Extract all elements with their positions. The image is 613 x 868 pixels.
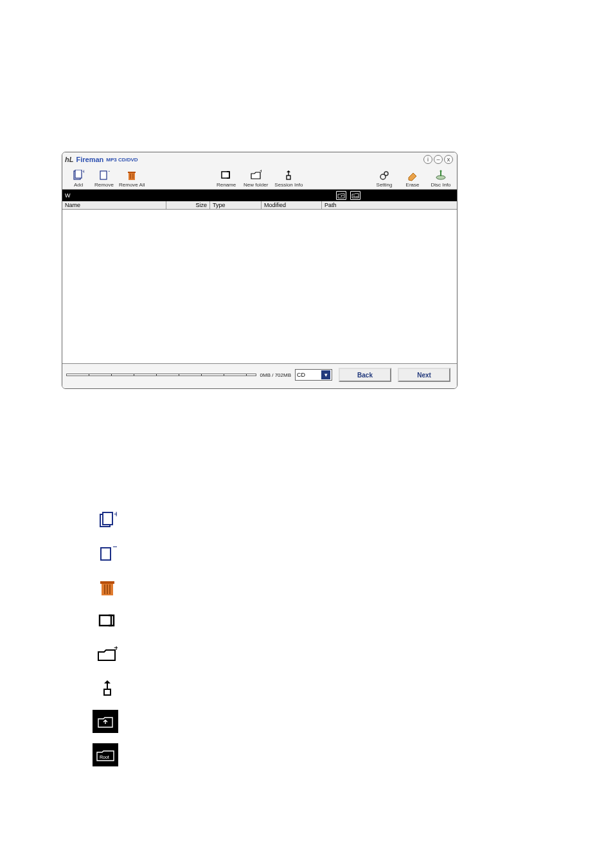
svg-rect-25: [100, 581, 114, 584]
svg-rect-29: [100, 615, 111, 626]
toolbar-label: New folder: [244, 182, 268, 188]
svg-text:Root: Root: [100, 755, 109, 759]
col-name[interactable]: Name: [62, 201, 166, 209]
svg-text:↶: ↶: [341, 194, 344, 198]
page-add-icon: +: [72, 169, 85, 182]
toolbar-label: Erase: [406, 182, 420, 188]
svg-text:−: −: [112, 545, 117, 552]
svg-point-14: [384, 172, 388, 176]
col-modified[interactable]: Modified: [262, 201, 322, 209]
session-info-button[interactable]: Session Info: [274, 169, 303, 188]
disc-info-icon: [434, 169, 447, 182]
page-remove-icon: −: [98, 169, 111, 182]
svg-rect-5: [128, 172, 136, 173]
capacity-text: 0MB / 702MB: [260, 372, 291, 378]
rename-button[interactable]: Rename: [215, 169, 237, 188]
toolbar-label: Disc Info: [431, 182, 450, 188]
toolbar: + Add − Remove Remove All: [62, 167, 457, 190]
remove-button[interactable]: − Remove: [93, 169, 115, 188]
legend-root-folder-icon: Root: [93, 743, 118, 766]
icon-legend: + − + Root: [93, 509, 122, 766]
file-list[interactable]: [62, 210, 457, 364]
svg-rect-23: [101, 548, 111, 560]
disc-type-select[interactable]: CD ▾: [295, 369, 332, 381]
info-button[interactable]: i: [423, 155, 432, 164]
setting-button[interactable]: Setting: [373, 169, 395, 188]
gear-icon: [378, 169, 391, 182]
trash-icon: [125, 169, 138, 182]
svg-marker-12: [287, 170, 290, 172]
col-type[interactable]: Type: [210, 201, 262, 209]
capacity-track: [66, 374, 256, 376]
new-folder-button[interactable]: + New folder: [244, 169, 268, 188]
svg-text:+: +: [260, 170, 262, 174]
disc-type-value: CD: [297, 372, 305, 378]
svg-rect-8: [222, 172, 229, 178]
svg-rect-21: [103, 512, 112, 525]
eraser-icon: [406, 169, 419, 182]
legend-remove-all-icon: [93, 576, 122, 599]
toolbar-label: Remove: [94, 182, 114, 188]
minimize-button[interactable]: –: [434, 155, 443, 164]
back-button[interactable]: Back: [339, 368, 391, 382]
col-path[interactable]: Path: [322, 201, 457, 209]
brand-logo: hL: [65, 156, 73, 163]
toolbar-label: Rename: [217, 182, 236, 188]
svg-rect-16: [440, 172, 441, 176]
bottom-bar: 0MB / 702MB CD ▾ Back Next: [62, 364, 457, 388]
toolbar-label: Setting: [377, 182, 393, 188]
svg-text:+: +: [82, 170, 84, 175]
svg-rect-3: [100, 171, 107, 179]
col-size[interactable]: Size: [166, 201, 210, 209]
app-mode: MP3 CD/DVD: [106, 157, 138, 163]
svg-point-17: [440, 170, 442, 172]
next-button[interactable]: Next: [398, 368, 450, 382]
svg-marker-33: [104, 680, 111, 683]
legend-remove-icon: −: [93, 543, 122, 566]
svg-text:Root: Root: [353, 195, 359, 198]
legend-up-folder-icon: [93, 710, 118, 733]
up-folder-button[interactable]: ↶: [336, 191, 346, 200]
path-bar: ↶ Root: [62, 190, 457, 201]
disc-info-button[interactable]: Disc Info: [430, 169, 452, 188]
rename-icon: [220, 169, 233, 182]
erase-button[interactable]: Erase: [402, 169, 423, 188]
remove-all-button[interactable]: Remove All: [119, 169, 145, 188]
path-input[interactable]: [65, 192, 193, 199]
svg-text:+: +: [114, 646, 118, 653]
svg-rect-1: [75, 170, 82, 178]
app-name: Fireman: [76, 156, 103, 163]
session-info-icon: [282, 169, 295, 182]
column-headers: Name Size Type Modified Path: [62, 201, 457, 210]
close-button[interactable]: x: [444, 155, 453, 164]
root-folder-button[interactable]: Root: [350, 191, 360, 200]
svg-text:+: +: [114, 512, 117, 519]
legend-session-info-icon: [93, 676, 122, 700]
svg-rect-31: [104, 689, 111, 695]
toolbar-label: Session Info: [274, 182, 303, 188]
titlebar: hL Fireman MP3 CD/DVD i – x: [62, 152, 457, 167]
legend-rename-icon: [93, 610, 122, 633]
chevron-down-icon: ▾: [321, 370, 330, 379]
toolbar-label: Remove All: [119, 182, 145, 188]
folder-add-icon: +: [249, 169, 262, 182]
legend-add-icon: +: [93, 509, 122, 532]
app-window: hL Fireman MP3 CD/DVD i – x + Add − Remo…: [62, 152, 458, 389]
svg-text:−: −: [108, 170, 110, 174]
legend-new-folder-icon: +: [93, 643, 122, 666]
add-button[interactable]: + Add: [67, 169, 89, 188]
svg-rect-10: [287, 176, 290, 179]
toolbar-label: Add: [74, 182, 83, 188]
